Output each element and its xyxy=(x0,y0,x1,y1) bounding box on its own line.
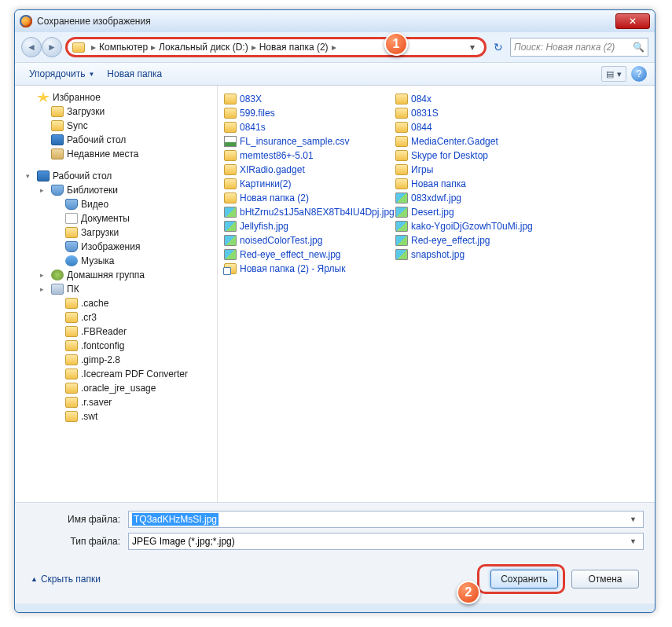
tree-item[interactable]: Загрузки xyxy=(17,226,215,240)
file-item[interactable]: Red-eye_effect_new.jpg xyxy=(222,248,394,262)
img-icon xyxy=(395,207,408,218)
file-item[interactable]: bHtZrnu2s1J5aN8EX8Tb4IU4Dpj.jpg xyxy=(222,205,394,219)
fold-icon xyxy=(224,164,237,175)
tree-item[interactable]: ▸Библиотеки xyxy=(17,183,215,197)
file-item[interactable]: noisedColorTest.jpg xyxy=(222,233,394,248)
file-name: Skype for Desktop xyxy=(411,150,488,161)
file-item[interactable]: Red-eye_effect.jpg xyxy=(394,233,565,248)
crumb-folder[interactable]: Новая папка (2) xyxy=(259,42,329,53)
file-item[interactable]: Skype for Desktop xyxy=(394,148,565,163)
search-input[interactable]: Поиск: Новая папка (2) 🔍 xyxy=(510,38,648,57)
file-item[interactable]: kako-YgoiDjGzowhT0uMi.jpg xyxy=(394,219,565,233)
file-item[interactable]: XIRadio.gadget xyxy=(222,163,394,177)
tree-item[interactable]: .Icecream PDF Converter xyxy=(17,367,215,381)
file-name: MediaCenter.Gadget xyxy=(411,136,498,147)
chevron-down-icon[interactable]: ▼ xyxy=(626,537,640,545)
tree-label: Недавние места xyxy=(67,148,138,160)
file-item[interactable]: Jellyfish.jpg xyxy=(222,219,394,233)
tree-item[interactable]: ▸ПК xyxy=(17,282,215,296)
file-item[interactable]: 0841s xyxy=(222,120,394,134)
fold-icon xyxy=(395,150,408,161)
new-folder-button[interactable]: Новая папка xyxy=(101,65,168,82)
file-item[interactable]: 083xdwf.jpg xyxy=(394,191,565,205)
tree-item[interactable]: .cr3 xyxy=(17,310,215,324)
file-item[interactable]: Картинки(2) xyxy=(222,177,394,191)
cancel-button[interactable]: Отмена xyxy=(571,570,639,588)
file-item[interactable]: Новая папка (2) - Ярлык xyxy=(222,262,394,276)
file-item[interactable]: 083X xyxy=(222,92,394,106)
tree-item[interactable]: Недавние места xyxy=(17,147,215,161)
refresh-button[interactable]: ↻ xyxy=(490,38,507,56)
tree-item[interactable]: ▸Домашняя группа xyxy=(17,268,215,282)
tree-item[interactable]: .r.saver xyxy=(17,395,215,409)
tree-label: .oracle_jre_usage xyxy=(81,383,156,394)
file-name: noisedColorTest.jpg xyxy=(240,235,322,246)
tree-label: Домашняя группа xyxy=(67,270,145,280)
file-pane[interactable]: 083X599.files0841sFL_insurance_sample.cs… xyxy=(218,86,655,502)
img-icon xyxy=(395,235,408,246)
fold-icon xyxy=(65,368,78,380)
save-button[interactable]: Сохранить xyxy=(490,570,558,588)
help-button[interactable]: ? xyxy=(631,66,647,82)
crumb-disk[interactable]: Локальный диск (D:) xyxy=(159,42,248,53)
file-name: snapshot.jpg xyxy=(411,249,465,260)
fold-icon xyxy=(395,94,408,104)
doc-icon xyxy=(65,213,78,224)
firefox-icon xyxy=(20,15,32,28)
file-item[interactable]: snapshot.jpg xyxy=(394,248,565,262)
file-item[interactable]: MediaCenter.Gadget xyxy=(394,134,565,148)
filetype-label: Тип файла: xyxy=(26,536,128,547)
tree-item[interactable]: Документы xyxy=(17,211,215,226)
tree-item[interactable]: Загрузки xyxy=(17,104,215,119)
pc-icon xyxy=(51,284,64,295)
file-item[interactable]: 0844 xyxy=(394,120,565,134)
tree-item[interactable]: .gimp-2.8 xyxy=(17,353,215,367)
filetype-combo[interactable]: JPEG Image (*.jpg;*.jpg) ▼ xyxy=(128,533,644,550)
img-icon xyxy=(224,207,237,218)
breadcrumb-dropdown[interactable]: ▾ xyxy=(465,42,479,53)
tree-item[interactable]: Рабочий стол xyxy=(17,133,215,147)
tree-item[interactable]: Избранное xyxy=(17,90,215,104)
tree-item[interactable]: ▾Рабочий стол xyxy=(17,169,215,183)
fold-icon xyxy=(65,298,78,309)
forward-button[interactable]: ► xyxy=(42,37,62,57)
tree-item[interactable]: .oracle_jre_usage xyxy=(17,381,215,395)
close-button[interactable]: ✕ xyxy=(615,13,650,29)
tree-item[interactable]: Видео xyxy=(17,197,215,211)
back-button[interactable]: ◄ xyxy=(21,37,42,57)
fold-icon xyxy=(224,122,237,133)
tree-item[interactable]: .cache xyxy=(17,296,215,310)
file-item[interactable]: Desert.jpg xyxy=(394,205,565,219)
file-item[interactable]: 0831S xyxy=(394,106,565,120)
save-dialog: Сохранение изображения ✕ ◄ ► ▸ Компьютер… xyxy=(14,9,655,613)
file-item[interactable]: memtest86+-5.01 xyxy=(222,148,394,163)
hide-folders-link[interactable]: ▲Скрыть папки xyxy=(31,574,101,585)
file-item[interactable]: FL_insurance_sample.csv xyxy=(222,134,394,148)
chevron-down-icon[interactable]: ▼ xyxy=(626,515,640,523)
tree-item[interactable]: Sync xyxy=(17,119,215,133)
toolbar: Упорядочить▼ Новая папка ▤ ▾ ? xyxy=(15,62,655,86)
file-item[interactable]: Новая папка xyxy=(394,177,565,191)
tree-label: Изображения xyxy=(81,241,140,252)
tree-label: Музыка xyxy=(81,255,114,266)
sidebar[interactable]: ИзбранноеЗагрузкиSyncРабочий столНедавни… xyxy=(15,86,218,502)
tree-item[interactable]: Музыка xyxy=(17,254,215,268)
filename-label: Имя файла: xyxy=(26,514,128,525)
organize-menu[interactable]: Упорядочить▼ xyxy=(23,65,101,82)
filename-input[interactable]: TQ3adKHzMsSI.jpg ▼ xyxy=(128,511,644,528)
file-name: XIRadio.gadget xyxy=(240,164,305,175)
tree-item[interactable]: .FBReader xyxy=(17,324,215,339)
crumb-computer[interactable]: Компьютер xyxy=(99,42,148,53)
tree-item[interactable]: Изображения xyxy=(17,240,215,254)
view-button[interactable]: ▤ ▾ xyxy=(601,66,626,82)
tree-item[interactable]: .swt xyxy=(17,409,215,424)
tree-item[interactable]: .fontconfig xyxy=(17,339,215,353)
img-icon xyxy=(224,235,237,246)
file-item[interactable]: Новая папка (2) xyxy=(222,191,394,205)
file-item[interactable]: 599.files xyxy=(222,106,394,120)
file-item[interactable]: 084x xyxy=(394,92,565,106)
breadcrumb[interactable]: ▸ Компьютер ▸ Локальный диск (D:) ▸ Нова… xyxy=(65,37,487,57)
fold-icon xyxy=(395,108,408,119)
file-item[interactable]: Игры xyxy=(394,163,565,177)
file-name: memtest86+-5.01 xyxy=(240,150,314,161)
